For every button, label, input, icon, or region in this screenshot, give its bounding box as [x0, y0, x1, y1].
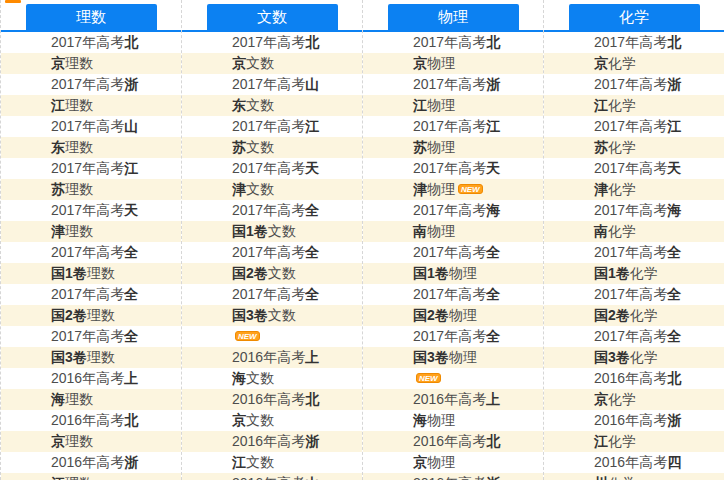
paper-subject-suffix: 物理	[427, 97, 455, 113]
paper-subject-suffix: 文数	[246, 454, 274, 470]
paper-link[interactable]: 2017年高考全国1卷理数	[51, 244, 138, 281]
subject-column-1: 文数2017年高考北京文数2017年高考山东文数2017年高考江苏文数2017年…	[182, 0, 363, 480]
paper-year-prefix: 2016年高考	[51, 412, 124, 428]
paper-list-item: 2016年高考四川化学	[544, 452, 682, 480]
subject-tab[interactable]: 文数	[207, 4, 338, 30]
paper-subject-suffix: 物理	[427, 139, 455, 155]
paper-link[interactable]: 2017年高考浙江物理	[413, 76, 500, 113]
paper-link[interactable]: 2016年高考北京理数	[51, 412, 138, 449]
paper-subject-suffix: 物理	[449, 349, 477, 365]
paper-list-item: 2016年高考浙江物理	[363, 473, 501, 480]
paper-subject-suffix: 理数	[65, 223, 93, 239]
paper-year-prefix: 2017年高考	[51, 286, 124, 302]
paper-link[interactable]: 2017年高考全国3卷文数NEW	[232, 286, 319, 344]
paper-link[interactable]: 2017年高考全国3卷物理NEW	[413, 328, 500, 386]
paper-year-prefix: 2017年高考	[413, 328, 486, 344]
paper-link[interactable]: 2017年高考江苏理数	[51, 160, 138, 197]
paper-subject-suffix: 理数	[65, 433, 93, 449]
paper-link[interactable]: 2017年高考江苏化学	[594, 118, 681, 155]
paper-link[interactable]: 2017年高考浙江化学	[594, 76, 681, 113]
paper-link[interactable]: 2017年高考海南物理	[413, 202, 500, 239]
subject-tab[interactable]: 物理	[388, 4, 519, 30]
paper-list-item: 2017年高考天津化学	[544, 158, 682, 200]
paper-link[interactable]: 2017年高考全国2卷物理	[413, 286, 500, 323]
paper-link[interactable]: 2017年高考北京化学	[594, 34, 681, 71]
subject-column-0: 理数2017年高考北京理数2017年高考浙江理数2017年高考山东理数2017年…	[1, 0, 182, 480]
paper-year-prefix: 2016年高考	[413, 391, 486, 407]
paper-list-item: 2017年高考天津文数	[182, 158, 320, 200]
paper-year-prefix: 2017年高考	[51, 160, 124, 176]
paper-list-item: 2017年高考北京文数	[182, 32, 320, 74]
paper-link[interactable]: 2017年高考全国2卷理数	[51, 286, 138, 323]
paper-link[interactable]: 2016年高考浙江理数	[51, 454, 138, 480]
paper-link[interactable]: 2017年高考山东文数	[232, 76, 319, 113]
paper-link[interactable]: 2017年高考北京物理	[413, 34, 500, 71]
paper-link[interactable]: 2017年高考北京文数	[232, 34, 319, 71]
paper-list-item: 2017年高考全国1卷化学	[544, 242, 682, 284]
paper-link[interactable]: 2016年高考浙江物理	[413, 475, 500, 480]
paper-list-item: 2016年高考山东文数	[182, 473, 320, 480]
paper-link[interactable]: 2017年高考全国3卷化学	[594, 328, 681, 365]
paper-list-item: 2017年高考天津物理NEW	[363, 158, 501, 200]
paper-link[interactable]: 2016年高考浙江文数	[232, 433, 319, 470]
paper-list-item: 2017年高考浙江化学	[544, 74, 682, 116]
paper-list-item: 2017年高考海南化学	[544, 200, 682, 242]
paper-list-item: 2016年高考浙江文数	[182, 431, 320, 473]
paper-subject-suffix: 物理	[449, 307, 477, 323]
paper-list-item: 2017年高考全国3卷物理NEW	[363, 326, 501, 389]
paper-list-item: 2016年高考北京物理	[363, 431, 501, 473]
paper-link[interactable]: 2017年高考海南化学	[594, 202, 681, 239]
paper-link[interactable]: 2016年高考上海理数	[51, 370, 138, 407]
paper-link[interactable]: 2017年高考全国2卷文数	[232, 244, 319, 281]
paper-link[interactable]: 2016年高考四川化学	[594, 454, 681, 480]
paper-list: 2017年高考北京物理2017年高考浙江物理2017年高考江苏物理2017年高考…	[363, 32, 543, 480]
paper-link[interactable]: 2017年高考山东理数	[51, 118, 138, 155]
paper-link[interactable]: 2017年高考全国1卷化学	[594, 244, 681, 281]
paper-list-item: 2016年高考上海物理	[363, 389, 501, 431]
new-badge: NEW	[416, 373, 441, 383]
paper-link[interactable]: 2017年高考全国1卷物理	[413, 244, 500, 281]
paper-subject-suffix: 物理	[427, 55, 455, 71]
paper-link[interactable]: 2017年高考天津化学	[594, 160, 681, 197]
paper-list-item: 2017年高考全国3卷化学	[544, 326, 682, 368]
paper-link[interactable]: 2017年高考全国3卷理数	[51, 328, 138, 365]
paper-link[interactable]: 2016年高考北京化学	[594, 370, 681, 407]
paper-list-item: 2016年高考上海文数	[182, 347, 320, 389]
paper-link[interactable]: 2016年高考山东文数	[232, 475, 319, 480]
paper-link[interactable]: 2017年高考江苏文数	[232, 118, 319, 155]
paper-subject-suffix: 化学	[608, 181, 636, 197]
tab-bar: 理数	[1, 0, 181, 32]
paper-year-prefix: 2016年高考	[232, 433, 305, 449]
paper-link[interactable]: 2016年高考上海物理	[413, 391, 500, 428]
paper-link[interactable]: 2017年高考天津物理NEW	[413, 160, 500, 197]
paper-link[interactable]: 2017年高考北京理数	[51, 34, 138, 71]
paper-link[interactable]: 2016年高考北京文数	[232, 391, 319, 428]
paper-year-prefix: 2017年高考	[232, 76, 305, 92]
paper-list-item: 2017年高考北京物理	[363, 32, 501, 74]
paper-link[interactable]: 2017年高考江苏物理	[413, 118, 500, 155]
paper-subject-suffix: 化学	[608, 223, 636, 239]
paper-link[interactable]: 2017年高考全国1卷文数	[232, 202, 319, 239]
paper-list-item: 2017年高考山东理数	[1, 116, 139, 158]
subject-tab[interactable]: 理数	[26, 4, 157, 30]
paper-subject-suffix: 化学	[608, 55, 636, 71]
paper-subject-suffix: 物理	[427, 223, 455, 239]
paper-list-item: 2017年高考海南物理	[363, 200, 501, 242]
paper-link[interactable]: 2017年高考浙江理数	[51, 76, 138, 113]
paper-subject-suffix: 物理	[427, 454, 455, 470]
subject-tab[interactable]: 化学	[569, 4, 700, 30]
paper-subject-suffix: 化学	[608, 139, 636, 155]
paper-link[interactable]: 2016年高考北京物理	[413, 433, 500, 470]
paper-list-item: 2017年高考天津理数	[1, 200, 139, 242]
paper-year-prefix: 2017年高考	[51, 202, 124, 218]
paper-subject-suffix: 理数	[87, 349, 115, 365]
paper-year-prefix: 2017年高考	[594, 286, 667, 302]
new-badge: NEW	[235, 331, 260, 341]
paper-link[interactable]: 2016年高考浙江化学	[594, 412, 681, 449]
tab-bar: 文数	[182, 0, 362, 32]
paper-link[interactable]: 2017年高考天津文数	[232, 160, 319, 197]
paper-link[interactable]: 2016年高考上海文数	[232, 349, 319, 386]
paper-link[interactable]: 2017年高考天津理数	[51, 202, 138, 239]
paper-link[interactable]: 2017年高考全国2卷化学	[594, 286, 681, 323]
paper-year-prefix: 2016年高考	[594, 412, 667, 428]
